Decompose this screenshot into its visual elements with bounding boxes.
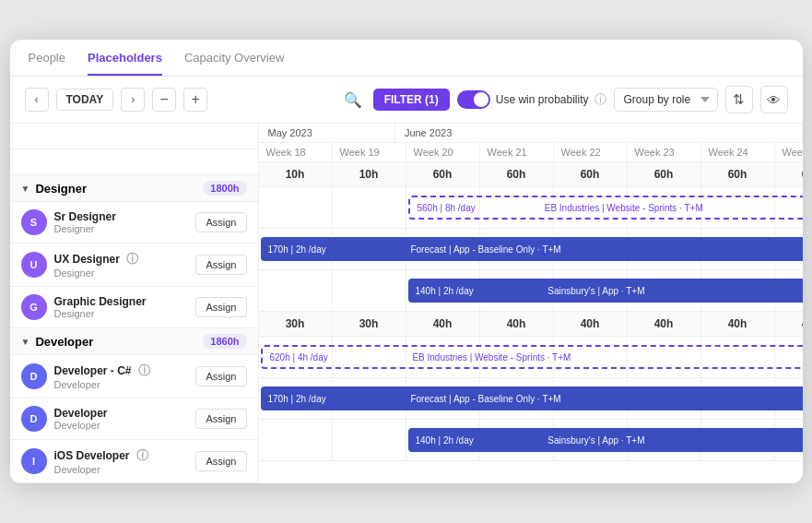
- month-june: June 2023: [395, 124, 803, 142]
- avatar-ux-designer: U: [21, 252, 47, 278]
- bar-developer-csharp[interactable]: 620h | 4h /day EB Industries | Website -…: [261, 345, 803, 369]
- assign-ios-developer-button[interactable]: Assign: [195, 451, 246, 471]
- ux-designer-info-icon[interactable]: ⓘ: [126, 252, 138, 266]
- sort-icon-button[interactable]: ⇅: [725, 86, 753, 113]
- tc-gd-0: [259, 270, 333, 311]
- person-name-sr-designer: Sr Designer: [54, 210, 189, 223]
- main-window: People Placeholders Capacity Overview ‹ …: [10, 40, 803, 483]
- person-name-developer-csharp: Developer - C# ⓘ: [54, 363, 189, 379]
- tc-sr-1: [333, 187, 406, 228]
- bar-sr-designer[interactable]: 560h | 8h /day EB Industries | Website -…: [408, 196, 803, 220]
- month-header-row: May 2023 June 2023: [259, 124, 803, 143]
- search-button[interactable]: 🔍: [340, 88, 366, 113]
- person-role-ios-developer: Developer: [54, 464, 189, 475]
- assign-ux-designer-button[interactable]: Assign: [195, 255, 246, 275]
- week-25: Week 25: [775, 143, 803, 161]
- person-info-sr-designer: Sr Designer Designer: [54, 210, 189, 234]
- developer-hours-3: 40h: [480, 312, 554, 336]
- month-may: May 2023: [259, 124, 395, 142]
- group-developer-label: Developer: [35, 335, 93, 349]
- filter-button[interactable]: FILTER (1): [373, 89, 450, 111]
- developer-hours-5: 40h: [628, 312, 701, 336]
- person-graphic-designer: G Graphic Designer Designer Assign: [10, 287, 258, 328]
- group-designer-label: Designer: [35, 182, 87, 196]
- next-button[interactable]: ›: [121, 88, 145, 112]
- tab-placeholders[interactable]: Placeholders: [88, 51, 162, 76]
- bar-graphic-designer[interactable]: 140h | 2h /day Sainsbury's | App · T+M: [408, 279, 803, 303]
- right-panel: May 2023 June 2023 Week 18 Week 19 Week …: [259, 124, 803, 483]
- designer-hours-3: 60h: [480, 162, 554, 186]
- developer-hours-7: 40h: [775, 312, 803, 336]
- assign-graphic-designer-button[interactable]: Assign: [195, 297, 246, 317]
- assign-sr-designer-button[interactable]: Assign: [195, 212, 246, 232]
- tab-people[interactable]: People: [29, 51, 65, 76]
- left-panel: ▼ Designer 1800h S Sr Designer Designer …: [10, 124, 259, 483]
- ios-developer-info-icon[interactable]: ⓘ: [136, 448, 148, 462]
- toolbar: ‹ TODAY › − + 🔍 FILTER (1) Use win proba…: [10, 77, 803, 124]
- group-developer-chevron[interactable]: ▼: [21, 337, 30, 347]
- developer-csharp-info-icon[interactable]: ⓘ: [138, 363, 150, 377]
- person-developer-csharp: D Developer - C# ⓘ Developer Assign: [10, 355, 258, 398]
- assign-developer-button[interactable]: Assign: [195, 409, 246, 429]
- group-designer-row: ▼ Designer 1800h: [10, 175, 258, 202]
- timeline-developer: 170h | 2h /day Forecast | App - Baseline…: [259, 378, 803, 420]
- week-header-row: Week 18 Week 19 Week 20 Week 21 Week 22 …: [259, 143, 803, 162]
- timeline-developer-csharp: 620h | 4h /day EB Industries | Website -…: [259, 337, 803, 378]
- person-info-developer-csharp: Developer - C# ⓘ Developer: [54, 363, 189, 390]
- group-designer-chevron[interactable]: ▼: [21, 184, 30, 194]
- developer-hours-row: 30h 30h 40h 40h 40h 40h 40h 40h: [259, 312, 803, 337]
- person-role-sr-designer: Designer: [54, 223, 189, 234]
- prev-button[interactable]: ‹: [25, 88, 49, 112]
- developer-hours-2: 40h: [406, 312, 480, 336]
- zoom-in-button[interactable]: +: [183, 88, 207, 112]
- designer-hours-4: 60h: [554, 162, 628, 186]
- tc-ios-1: [333, 420, 406, 460]
- main-content: ▼ Designer 1800h S Sr Designer Designer …: [10, 124, 803, 483]
- avatar-sr-designer: S: [21, 209, 47, 235]
- week-24: Week 24: [701, 143, 775, 161]
- tab-bar: People Placeholders Capacity Overview: [10, 40, 803, 77]
- developer-hours-6: 40h: [701, 312, 775, 336]
- person-name-ios-developer: iOS Developer ⓘ: [54, 447, 189, 464]
- designer-hours-6: 60h: [701, 162, 775, 186]
- view-icon-button[interactable]: 👁: [760, 86, 788, 113]
- tc-ios-0: [259, 420, 333, 460]
- week-23: Week 23: [628, 143, 701, 161]
- timeline-ios-developer: 140h | 2h /day Sainsbury's | App · T+M: [259, 420, 803, 461]
- tc-gd-1: [333, 270, 406, 311]
- avatar-developer: D: [21, 406, 47, 432]
- person-ios-developer: I iOS Developer ⓘ Developer Assign: [10, 440, 258, 483]
- person-role-developer: Developer: [54, 420, 189, 431]
- designer-hours-2: 60h: [406, 162, 480, 186]
- zoom-out-button[interactable]: −: [152, 88, 176, 112]
- designer-hours-0: 10h: [259, 162, 333, 186]
- avatar-graphic-designer: G: [21, 294, 47, 320]
- designer-hours-row: 10h 10h 60h 60h 60h 60h 60h 60h: [259, 162, 803, 187]
- person-info-developer: Developer Developer: [54, 407, 189, 431]
- bar-ux-designer[interactable]: 170h | 2h /day Forecast | App - Baseline…: [261, 237, 803, 261]
- bar-ios-developer[interactable]: 140h | 2h /day Sainsbury's | App · T+M: [408, 428, 803, 452]
- bar-developer[interactable]: 170h | 2h /day Forecast | App - Baseline…: [261, 386, 803, 410]
- week-20: Week 20: [406, 143, 480, 161]
- person-role-developer-csharp: Developer: [54, 379, 189, 390]
- person-info-graphic-designer: Graphic Designer Designer: [54, 295, 189, 319]
- person-info-ux-designer: UX Designer ⓘ Designer: [54, 251, 189, 279]
- assign-developer-csharp-button[interactable]: Assign: [195, 366, 246, 386]
- week-18: Week 18: [259, 143, 333, 161]
- avatar-developer-csharp: D: [21, 363, 47, 389]
- person-info-ios-developer: iOS Developer ⓘ Developer: [54, 447, 189, 475]
- group-developer-row: ▼ Developer 1860h: [10, 328, 258, 355]
- today-button[interactable]: TODAY: [56, 89, 114, 111]
- timeline-ux-designer: 170h | 2h /day Forecast | App - Baseline…: [259, 229, 803, 270]
- week-22: Week 22: [554, 143, 628, 161]
- person-name-graphic-designer: Graphic Designer: [54, 295, 189, 308]
- group-by-select[interactable]: Group by role: [614, 88, 718, 112]
- tab-capacity-overview[interactable]: Capacity Overview: [184, 51, 284, 76]
- developer-hours-1: 30h: [333, 312, 406, 336]
- win-probability-info-icon[interactable]: ⓘ: [594, 91, 606, 108]
- person-sr-designer: S Sr Designer Designer Assign: [10, 202, 258, 244]
- win-probability-toggle[interactable]: [457, 90, 490, 109]
- group-developer-badge: 1860h: [203, 334, 246, 349]
- designer-hours-1: 10h: [333, 162, 406, 186]
- tc-sr-0: [259, 187, 333, 228]
